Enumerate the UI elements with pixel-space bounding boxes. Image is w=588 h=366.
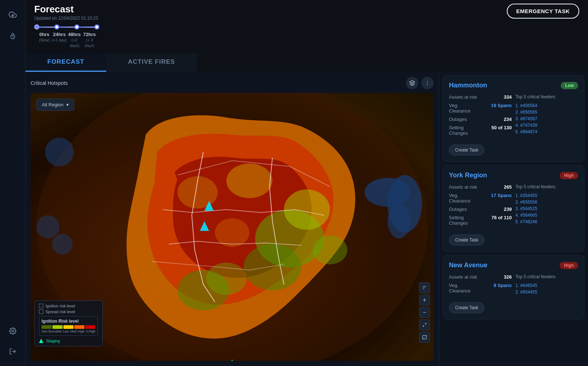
setting-label-h: Setting Changes: [449, 125, 480, 136]
feeder-item-h-2[interactable]: 2. #656565: [516, 109, 579, 115]
feeder-item-y-3[interactable]: 3. #544525: [516, 205, 579, 212]
color-label-4: V.High: [86, 330, 95, 333]
emergency-task-button[interactable]: EMERGENCY TASK: [507, 4, 579, 19]
tab-active-fires[interactable]: ACTIVE FIRES: [106, 53, 197, 72]
hammonton-details: Assets at risk 334 Veg. Clearance 19 Spa…: [449, 94, 578, 156]
color-label-2: Med: [70, 330, 77, 333]
feeder-item-h-5[interactable]: 5. #894974: [516, 129, 579, 135]
newavenue-details: Assets at risk 326 Veg. Clearance 8 Span…: [449, 274, 578, 313]
feeder-item-h-1[interactable]: 1. #456564: [516, 102, 579, 109]
chevron-down-icon: ▾: [66, 102, 69, 107]
timeline-label-1: 24hrs (+1 day): [52, 32, 67, 48]
feeder-item-h-4[interactable]: 4. #747439: [516, 122, 579, 129]
tab-forecast[interactable]: FORECAST: [25, 53, 106, 72]
legend-color-labels: Non Burnable Low Med High V.High: [42, 330, 95, 333]
sidebar: [0, 0, 25, 366]
logout-icon[interactable]: [5, 344, 20, 359]
risk-legend-title: Ignition Risk level: [42, 319, 95, 324]
svg-marker-28: [423, 335, 427, 339]
svg-line-27: [423, 325, 425, 327]
header: Forecast Updated on 12/04/2022 01:10:23 …: [25, 0, 588, 48]
create-task-button-hammonton[interactable]: Create Task: [449, 145, 485, 156]
fire-sidebar-icon[interactable]: [5, 29, 20, 44]
zoom-out-button[interactable]: −: [419, 307, 430, 318]
color-low: [52, 325, 63, 329]
outages-label-h: Outages: [449, 117, 480, 122]
ignition-checkbox[interactable]: [39, 304, 43, 308]
timeline-label-0: 0hrs (Now): [37, 32, 52, 48]
fullscreen-button[interactable]: [419, 319, 430, 330]
region-dropdown[interactable]: All Region ▾: [36, 99, 74, 111]
feeder-item-n-1[interactable]: 1. #646545: [516, 282, 579, 289]
york-details: Assets at risk 265 Veg. Clearance 17 Spa…: [449, 184, 578, 245]
create-task-button-york[interactable]: Create Task: [449, 235, 485, 245]
hammonton-feeders: Top 5 critical feeders 1. #456564 2. #65…: [516, 94, 579, 156]
outages-label-y: Outages: [449, 206, 480, 212]
outages-value-h: 234: [480, 117, 512, 122]
card-header-newavenue: New Avenue High: [449, 261, 578, 269]
color-label-1: Low: [63, 330, 69, 333]
last-updated: Updated on 12/04/2022 01:10:23: [34, 16, 99, 21]
spread-checkbox[interactable]: [39, 310, 43, 314]
zoom-in-button[interactable]: +: [419, 295, 430, 306]
risk-badge-hammonton: Low: [561, 82, 578, 89]
card-header-hammonton: Hammonton Low: [449, 82, 578, 89]
region-dropdown-label: All Region: [42, 102, 63, 107]
svg-point-9: [36, 215, 59, 238]
map-more-button[interactable]: ⋮: [421, 77, 434, 89]
cloud-icon[interactable]: [5, 7, 20, 22]
feeder-item-y-2[interactable]: 2. #656556: [516, 199, 579, 205]
legend-color-scale: [42, 325, 95, 329]
region-name-newavenue: New Avenue: [449, 261, 488, 269]
map-controls: ⋮: [406, 77, 434, 89]
map-type-button[interactable]: [419, 332, 430, 343]
region-card-york: York Region High Assets at risk 265 Veg.…: [443, 165, 584, 252]
york-stats: Assets at risk 265 Veg. Clearance 17 Spa…: [449, 184, 512, 245]
assets-label-n: Assets at risk: [449, 274, 480, 280]
york-feeders: Top 5 critical feeders 1. #354455 2. #65…: [516, 184, 579, 245]
veg-label-h: Veg. Clearance: [449, 103, 480, 114]
risk-badge-york: High: [560, 172, 578, 179]
timeline-dot-2[interactable]: [74, 24, 79, 29]
content-area: Critical Hotspots ⋮: [25, 72, 588, 366]
timeline-dot-3[interactable]: [94, 24, 99, 29]
create-task-button-newavenue[interactable]: Create Task: [449, 302, 485, 313]
staging-icon: [39, 339, 43, 343]
feeder-item-y-1[interactable]: 1. #354455: [516, 192, 579, 199]
outages-value-y: 239: [480, 206, 512, 212]
color-label-3: High: [78, 330, 85, 333]
region-card-newavenue: New Avenue High Assets at risk 326 Veg. …: [443, 255, 584, 319]
svg-marker-3: [410, 80, 414, 83]
feeder-item-y-5[interactable]: 5. #748246: [516, 219, 579, 225]
timeline-dot-0[interactable]: [34, 24, 39, 29]
svg-point-12: [244, 244, 301, 290]
svg-point-10: [52, 234, 73, 255]
feeder-item-h-3[interactable]: 3. #874587: [516, 115, 579, 122]
tab-bar: FORECAST ACTIVE FIRES: [25, 53, 588, 72]
card-header-york: York Region High: [449, 172, 578, 179]
color-med: [63, 325, 74, 329]
feeders-title-n: Top 5 critical feeders: [516, 274, 579, 279]
staging-label: Staging: [46, 339, 60, 343]
risk-badge-newavenue: High: [560, 262, 578, 269]
newavenue-stats-grid: Assets at risk 326 Veg. Clearance 8 Span…: [449, 274, 512, 294]
region-card-hammonton: Hammonton Low Assets at risk 334 Veg. Cl…: [443, 75, 584, 162]
main-content: Forecast Updated on 12/04/2022 01:10:23 …: [25, 0, 588, 366]
timeline-segment-2: [59, 27, 74, 28]
feeder-item-y-4[interactable]: 4. #564665: [516, 212, 579, 219]
feeder-item-n-2[interactable]: 2. #654455: [516, 289, 579, 295]
svg-point-7: [387, 204, 410, 239]
map-layers-button[interactable]: [406, 77, 418, 89]
hammonton-stats-grid: Assets at risk 334 Veg. Clearance 19 Spa…: [449, 94, 512, 136]
settings-icon[interactable]: [5, 324, 20, 338]
map-filter-button[interactable]: [419, 282, 430, 293]
assets-value-h: 334: [480, 94, 512, 100]
svg-point-17: [226, 164, 273, 198]
color-label-0: Non Burnable: [42, 330, 62, 333]
spread-legend-label: Spread risk level: [46, 310, 75, 314]
map-container: All Region ▾ Ignition risk level Spread …: [31, 93, 434, 361]
newavenue-stats: Assets at risk 326 Veg. Clearance 8 Span…: [449, 274, 512, 313]
timeline-dot-1[interactable]: [54, 24, 59, 29]
timeline-segment-1: [39, 27, 54, 28]
map-zoom-controls: + −: [419, 282, 430, 343]
